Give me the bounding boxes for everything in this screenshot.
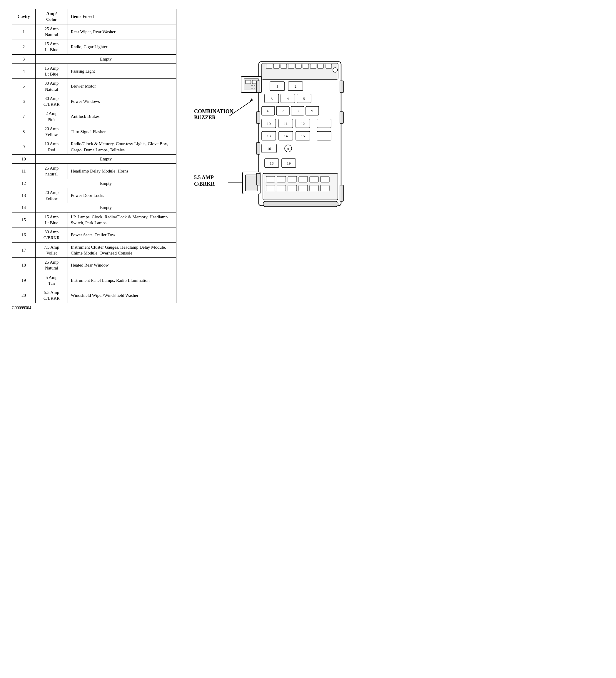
cavity-cell: 10: [12, 154, 36, 163]
header-items: Items Fused: [68, 9, 176, 25]
svg-rect-37: [263, 201, 338, 206]
amp-cell: 25 Ampnatural: [35, 164, 68, 179]
table-section: Cavity Amp/Color Items Fused 125 AmpNatu…: [12, 9, 176, 310]
items-cell: Blower Motor: [68, 79, 176, 94]
table-row: 205.5 AmpC/BRKRWindshield Wiper/Windshie…: [12, 288, 176, 303]
table-row: 72 AmpPinkAntilock Brakes: [12, 109, 176, 124]
amp-cell: Empty: [35, 203, 176, 212]
svg-text:COMBINATION: COMBINATION: [194, 108, 233, 114]
items-cell: Headlamp Delay Module, Horns: [68, 164, 176, 179]
svg-text:2: 2: [295, 84, 297, 88]
svg-text:19: 19: [287, 161, 291, 165]
svg-rect-26: [310, 64, 316, 69]
svg-rect-77: [317, 131, 331, 140]
table-row: 530 AmpNaturalBlower Motor: [12, 79, 176, 94]
items-cell: I.P. Lamps, Clock, Radio/Clock & Memory,…: [68, 212, 176, 227]
svg-rect-83: [310, 176, 319, 182]
svg-rect-16: [246, 175, 257, 191]
table-row: 1320 AmpYellowPower Door Locks: [12, 188, 176, 203]
items-cell: Heated Rear Window: [68, 258, 176, 273]
figure-id: G00099304: [12, 306, 176, 310]
amp-cell: 15 AmpLt Blue: [35, 64, 68, 79]
amp-cell: 25 AmpNatural: [35, 24, 68, 39]
svg-text:15: 15: [301, 134, 305, 138]
amp-cell: 20 AmpYellow: [35, 188, 68, 203]
svg-rect-87: [288, 185, 297, 191]
amp-cell: Empty: [35, 54, 176, 64]
amp-cell: Empty: [35, 154, 176, 163]
svg-rect-32: [256, 143, 260, 154]
svg-text:11: 11: [284, 121, 288, 126]
svg-text:0: 0: [287, 147, 289, 150]
cavity-cell: 14: [12, 203, 36, 212]
items-cell: Windshield Wiper/Windshield Washer: [68, 288, 176, 303]
items-cell: Antilock Brakes: [68, 109, 176, 124]
cavity-cell: 7: [12, 109, 36, 124]
amp-cell: 20 AmpYellow: [35, 124, 68, 139]
amp-cell: 25 AmpNatural: [35, 258, 68, 273]
svg-text:7: 7: [282, 109, 284, 113]
svg-rect-11: [246, 80, 251, 84]
svg-rect-82: [299, 176, 307, 182]
svg-rect-25: [303, 64, 309, 69]
svg-text:5: 5: [303, 97, 305, 101]
svg-text:BUZZER: BUZZER: [194, 115, 216, 120]
svg-line-2: [229, 100, 253, 116]
svg-text:13: 13: [267, 134, 271, 138]
svg-rect-27: [318, 64, 323, 69]
table-row: 415 AmpLt BluePassing Light: [12, 64, 176, 79]
svg-rect-34: [340, 81, 343, 92]
amp-cell: 30 AmpC/BRKR: [35, 227, 68, 243]
items-cell: Power Door Locks: [68, 188, 176, 203]
svg-rect-21: [274, 64, 279, 69]
svg-rect-76: [317, 119, 331, 128]
svg-rect-36: [340, 185, 343, 201]
svg-text:C/BRKR: C/BRKR: [194, 181, 215, 187]
table-row: 125 AmpNaturalRear Wiper, Rear Washer: [12, 24, 176, 39]
table-row: 12Empty: [12, 179, 176, 188]
items-cell: Radio/Clock & Memory, Cour-tesy Lights, …: [68, 139, 176, 155]
svg-rect-22: [281, 64, 287, 69]
svg-text:9: 9: [312, 109, 314, 113]
items-cell: Instrument Panel Lamps, Radio Illuminati…: [68, 273, 176, 288]
amp-cell: 15 AmpLt Blue: [35, 39, 68, 55]
table-row: 1630 AmpC/BRKRPower Seats, Trailer Tow: [12, 227, 176, 243]
amp-cell: 10 AmpRed: [35, 139, 68, 155]
amp-cell: Empty: [35, 179, 176, 188]
table-row: 14Empty: [12, 203, 176, 212]
amp-cell: 15 AmpLt Blue: [35, 212, 68, 227]
svg-rect-35: [340, 112, 343, 123]
table-row: 215 AmpLt BlueRadio, Cigar Lighter: [12, 39, 176, 55]
svg-rect-86: [277, 185, 286, 191]
amp-cell: 5.5 AmpC/BRKR: [35, 288, 68, 303]
table-row: 3Empty: [12, 54, 176, 64]
svg-text:18: 18: [270, 161, 274, 165]
svg-text:5.5 AMP: 5.5 AMP: [194, 175, 214, 181]
svg-rect-89: [310, 185, 319, 191]
svg-rect-30: [256, 81, 260, 92]
table-row: 10Empty: [12, 154, 176, 163]
fuse-table: Cavity Amp/Color Items Fused 125 AmpNatu…: [12, 9, 176, 303]
table-row: 1515 AmpLt BlueI.P. Lamps, Clock, Radio/…: [12, 212, 176, 227]
svg-rect-81: [288, 176, 297, 182]
table-row: 630 AmpC/BRKRPower Windows: [12, 94, 176, 109]
items-cell: Turn Signal Flasher: [68, 124, 176, 139]
items-cell: Power Windows: [68, 94, 176, 109]
svg-text:14: 14: [284, 134, 288, 138]
svg-rect-79: [266, 176, 275, 182]
cavity-cell: 4: [12, 64, 36, 79]
table-row: 1125 AmpnaturalHeadlamp Delay Module, Ho…: [12, 164, 176, 179]
cavity-cell: 19: [12, 273, 36, 288]
fuse-box-diagram: COMBINATION BUZZER 5.5 AMP C/BRKR: [185, 27, 362, 232]
svg-rect-33: [256, 174, 260, 185]
amp-cell: 7.5 AmpVoilet: [35, 242, 68, 258]
items-cell: Instrument Cluster Gauges, Headlamp Dela…: [68, 242, 176, 258]
svg-rect-88: [299, 185, 307, 191]
svg-rect-23: [288, 64, 294, 69]
cavity-cell: 12: [12, 179, 36, 188]
svg-text:6: 6: [267, 109, 269, 113]
svg-text:1: 1: [277, 84, 279, 88]
svg-text:4: 4: [287, 97, 289, 101]
svg-rect-24: [295, 64, 301, 69]
cavity-cell: 8: [12, 124, 36, 139]
